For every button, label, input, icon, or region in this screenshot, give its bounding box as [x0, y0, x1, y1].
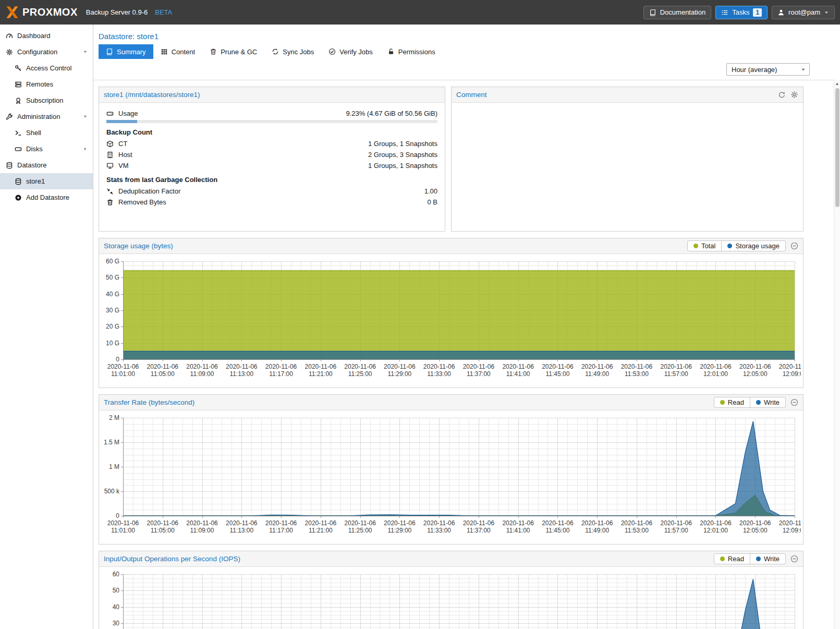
- tab-prune-gc[interactable]: Prune & GC: [202, 44, 264, 59]
- svg-text:12:01:00: 12:01:00: [703, 527, 728, 534]
- proxmox-logo: PROXMOX: [5, 5, 78, 19]
- legend-item-total[interactable]: Total: [688, 241, 721, 251]
- tab-verify-jobs[interactable]: Verify Jobs: [321, 44, 380, 59]
- svg-text:12:09:00: 12:09:00: [783, 370, 801, 378]
- svg-text:2020-11-06: 2020-11-06: [739, 363, 771, 370]
- legend-item-storage-usage[interactable]: Storage usage: [721, 241, 785, 251]
- svg-text:11:29:00: 11:29:00: [387, 527, 411, 534]
- svg-text:11:49:00: 11:49:00: [585, 527, 609, 534]
- scrollbar-thumb[interactable]: [835, 88, 839, 207]
- timeframe-select[interactable]: Hour (average): [726, 63, 810, 76]
- host-label: Host: [118, 151, 132, 159]
- legend-dot: [693, 244, 698, 248]
- svg-text:2020-11-06: 2020-11-06: [147, 363, 179, 370]
- svg-text:11:29:00: 11:29:00: [387, 370, 411, 378]
- gear-icon[interactable]: [790, 91, 798, 99]
- sidebar-item-administration[interactable]: Administration: [0, 108, 93, 125]
- svg-text:40: 40: [113, 603, 120, 611]
- sidebar-item-configuration[interactable]: Configuration: [0, 44, 93, 60]
- chevron-down-icon: [800, 67, 806, 72]
- sidebar-item-store1[interactable]: store1: [0, 173, 93, 189]
- svg-text:2020-11-06: 2020-11-06: [384, 363, 416, 370]
- transfer-rate-title: Transfer Rate (bytes/second): [104, 398, 194, 406]
- comment-panel-body[interactable]: [452, 103, 803, 113]
- svg-text:2020-11-06: 2020-11-06: [226, 363, 258, 370]
- iops-chart: 01020304050602020-11-0611:01:002020-11-0…: [99, 567, 803, 629]
- sidebar-item-subscription[interactable]: Subscription: [0, 92, 93, 108]
- tasks-button[interactable]: Tasks 1: [715, 6, 768, 19]
- svg-text:2020-11-06: 2020-11-06: [779, 519, 801, 527]
- dedup-label: Deduplication Factor: [118, 187, 180, 195]
- svg-text:40 G: 40 G: [106, 291, 119, 298]
- sidebar-item-remotes[interactable]: Remotes: [0, 76, 93, 92]
- svg-text:11:09:00: 11:09:00: [190, 370, 214, 378]
- documentation-button[interactable]: Documentation: [643, 6, 711, 19]
- svg-text:2020-11-06: 2020-11-06: [423, 363, 455, 370]
- refresh-icon[interactable]: [778, 91, 786, 99]
- svg-text:11:33:00: 11:33:00: [427, 370, 451, 378]
- datastore-panel-header: store1 (/mnt/datastores/store1): [99, 87, 445, 103]
- comment-panel-title: Comment: [456, 91, 487, 99]
- svg-text:2 M: 2 M: [109, 414, 119, 421]
- svg-text:0: 0: [116, 512, 119, 519]
- svg-text:60: 60: [113, 571, 120, 578]
- svg-text:11:05:00: 11:05:00: [151, 527, 175, 534]
- sidebar-item-datastore[interactable]: Datastore: [0, 157, 93, 173]
- grid-icon: [161, 48, 168, 55]
- svg-text:11:53:00: 11:53:00: [625, 527, 649, 534]
- svg-text:60 G: 60 G: [106, 258, 119, 265]
- user-menu-button[interactable]: root@pam: [772, 6, 835, 19]
- sidebar-item-access-control[interactable]: Access Control: [0, 60, 93, 76]
- collapse-icon[interactable]: [790, 555, 798, 563]
- vertical-scrollbar[interactable]: ▲: [834, 80, 840, 629]
- svg-text:2020-11-06: 2020-11-06: [463, 363, 495, 370]
- tab-summary[interactable]: Summary: [99, 44, 153, 59]
- desktop-icon: [106, 162, 114, 170]
- database-icon: [15, 178, 22, 185]
- svg-text:2020-11-06: 2020-11-06: [423, 519, 455, 527]
- svg-text:2020-11-06: 2020-11-06: [621, 519, 653, 527]
- sidebar-item-dashboard[interactable]: Dashboard: [0, 28, 93, 44]
- iops-legend: Read Write: [714, 553, 786, 564]
- sidebar-item-disks[interactable]: Disks: [0, 141, 93, 157]
- svg-text:2020-11-06: 2020-11-06: [542, 363, 574, 370]
- tab-content[interactable]: Content: [153, 44, 203, 59]
- svg-text:12:01:00: 12:01:00: [703, 370, 728, 378]
- sidebar-item-shell[interactable]: Shell: [0, 125, 93, 141]
- iops-header: Input/Output Operations per Second (IOPS…: [99, 551, 803, 567]
- tab-sync-jobs[interactable]: Sync Jobs: [264, 44, 321, 59]
- svg-text:2020-11-06: 2020-11-06: [700, 519, 732, 527]
- content-scroll-area: store1 (/mnt/datastores/store1) Usage 9.…: [93, 80, 840, 629]
- svg-text:2020-11-06: 2020-11-06: [265, 363, 297, 370]
- svg-text:1 M: 1 M: [109, 463, 119, 470]
- collapse-icon[interactable]: [790, 398, 798, 406]
- beta-link[interactable]: BETA: [155, 8, 172, 16]
- legend-item-read[interactable]: Read: [714, 554, 750, 564]
- chevron-down-icon: [82, 114, 88, 119]
- proxmox-logo-icon: [5, 5, 19, 19]
- svg-text:2020-11-06: 2020-11-06: [660, 519, 692, 527]
- scroll-up-arrow[interactable]: ▲: [834, 80, 840, 87]
- svg-text:0: 0: [116, 356, 119, 363]
- tab-permissions[interactable]: Permissions: [380, 44, 443, 59]
- transfer-rate-legend: Read Write: [714, 397, 786, 408]
- summary-toolbar: Hour (average): [93, 59, 840, 80]
- collapse-icon[interactable]: [790, 242, 798, 250]
- database-icon: [6, 162, 13, 169]
- legend-dot: [720, 400, 725, 405]
- sidebar-item-add-datastore[interactable]: Add Datastore: [0, 189, 93, 205]
- svg-text:11:37:00: 11:37:00: [467, 527, 491, 534]
- svg-text:20 G: 20 G: [106, 323, 119, 330]
- svg-text:11:09:00: 11:09:00: [190, 527, 214, 534]
- svg-text:30 G: 30 G: [106, 307, 119, 314]
- legend-item-write[interactable]: Write: [750, 397, 785, 407]
- top-bar: PROXMOX Backup Server 0.9-6 BETA Documen…: [0, 0, 840, 25]
- svg-text:2020-11-06: 2020-11-06: [107, 363, 139, 370]
- sync-icon: [272, 48, 279, 55]
- svg-text:11:45:00: 11:45:00: [545, 527, 569, 534]
- svg-text:12:05:00: 12:05:00: [743, 527, 768, 534]
- legend-item-write[interactable]: Write: [750, 554, 785, 564]
- legend-item-read[interactable]: Read: [714, 397, 750, 407]
- legend-dot: [756, 557, 761, 561]
- wrench-icon: [6, 113, 13, 120]
